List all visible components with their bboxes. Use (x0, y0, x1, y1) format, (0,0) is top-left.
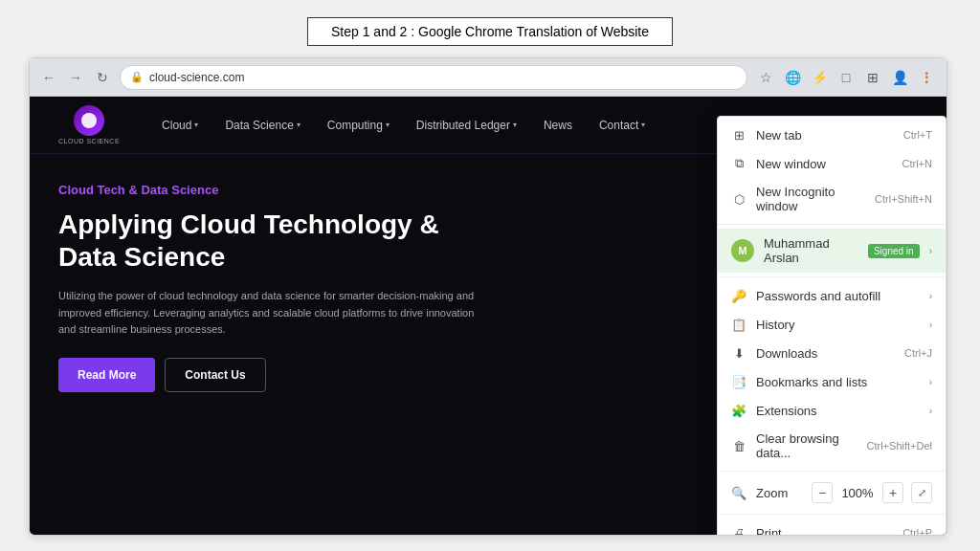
incognito-shortcut: Ctrl+Shift+N (875, 193, 932, 205)
menu-bookmarks[interactable]: 📑 Bookmarks and lists › (718, 367, 946, 396)
zoom-fullscreen-button[interactable]: ⤢ (911, 482, 932, 503)
extensions-arrow: › (929, 406, 932, 416)
context-menu: ⊞ New tab Ctrl+T ⧉ New window Ctrl+N ⬡ N… (717, 116, 947, 536)
forward-button[interactable]: → (66, 68, 85, 87)
user-arrow: › (929, 246, 932, 256)
hero-section: Cloud Tech & Data Science Applying Cloud… (30, 154, 508, 411)
print-shortcut: Ctrl+P (902, 527, 932, 536)
logo-text: CLOUD SCIENCE (58, 138, 120, 144)
history-icon: 📋 (731, 317, 746, 332)
extensions-label: Extensions (756, 404, 920, 418)
extensions-icon[interactable]: ⊞ (862, 67, 883, 88)
browser-actions: ☆ 🌐 ⚡ □ ⊞ 👤 ⋮ (755, 67, 937, 88)
hero-tag: Cloud Tech & Data Science (58, 183, 479, 197)
nav-items: Cloud ▾ Data Science ▾ Computing ▾ Distr… (148, 119, 658, 132)
passwords-icon: 🔑 (731, 288, 746, 303)
step-label: Step 1 and 2 : Google Chrome Translation… (307, 17, 673, 46)
browser-chrome: ← → ↻ 🔒 cloud-science.com ☆ 🌐 ⚡ □ ⊞ 👤 ⋮ (30, 58, 947, 97)
extensions-menu-icon: 🧩 (731, 403, 746, 418)
menu-passwords[interactable]: 🔑 Passwords and autofill › (718, 281, 946, 310)
back-button[interactable]: ← (39, 68, 58, 87)
zoom-label: Zoom (756, 486, 802, 500)
logo-icon (74, 105, 104, 136)
downloads-shortcut: Ctrl+J (904, 347, 932, 359)
browser-window: ← → ↻ 🔒 cloud-science.com ☆ 🌐 ⚡ □ ⊞ 👤 ⋮ … (29, 57, 947, 536)
hero-title: Applying Cloud Technology & Data Science (58, 209, 479, 273)
downloads-label: Downloads (756, 346, 895, 361)
screenshot-icon[interactable]: □ (835, 67, 857, 88)
passwords-label: Passwords and autofill (756, 289, 920, 303)
menu-section-new: ⊞ New tab Ctrl+T ⧉ New window Ctrl+N ⬡ N… (718, 117, 946, 225)
menu-incognito[interactable]: ⬡ New Incognito window Ctrl+Shift+N (718, 178, 946, 220)
zoom-control: − 100% + ⤢ (812, 482, 932, 503)
menu-clear-browsing[interactable]: 🗑 Clear browsing data... Ctrl+Shift+Del (718, 425, 946, 467)
performance-icon[interactable]: ⚡ (809, 67, 830, 88)
print-label: Print... (756, 526, 893, 537)
translate-icon[interactable]: 🌐 (782, 67, 803, 88)
new-tab-label: New tab (756, 128, 894, 143)
contact-us-button[interactable]: Contact Us (165, 358, 265, 392)
nav-data-science[interactable]: Data Science ▾ (212, 119, 313, 132)
new-window-shortcut: Ctrl+N (902, 158, 932, 169)
address-text: cloud-science.com (149, 71, 244, 84)
bookmarks-icon: 📑 (731, 374, 746, 389)
history-arrow: › (929, 320, 932, 330)
zoom-value: 100% (840, 486, 875, 500)
menu-extensions[interactable]: 🧩 Extensions › (718, 396, 946, 425)
passwords-arrow: › (929, 291, 932, 301)
menu-user[interactable]: M Muhammad Arslan Signed in › (718, 229, 946, 273)
menu-section-zoom: 🔍 Zoom − 100% + ⤢ (718, 472, 946, 515)
menu-section-user: M Muhammad Arslan Signed in › (718, 225, 946, 277)
new-tab-icon: ⊞ (731, 127, 746, 143)
downloads-icon: ⬇ (731, 345, 746, 361)
menu-history[interactable]: 📋 History › (718, 310, 946, 339)
menu-new-window[interactable]: ⧉ New window Ctrl+N (718, 149, 946, 178)
nav-news[interactable]: News (530, 119, 586, 132)
new-window-label: New window (756, 157, 893, 171)
profile-icon[interactable]: 👤 (889, 67, 910, 88)
menu-section-actions: 🖨 Print... Ctrl+P G Search this page wit… (718, 515, 946, 536)
bookmarks-arrow: › (929, 377, 932, 387)
nav-contact[interactable]: Contact ▾ (586, 119, 658, 132)
incognito-label: New Incognito window (756, 185, 865, 213)
read-more-button[interactable]: Read More (58, 358, 155, 392)
hero-buttons: Read More Contact Us (58, 358, 479, 392)
clear-label: Clear browsing data... (756, 431, 858, 460)
nav-cloud[interactable]: Cloud ▾ (148, 119, 212, 132)
new-window-icon: ⧉ (731, 156, 746, 171)
nav-computing[interactable]: Computing ▾ (314, 119, 403, 132)
print-icon: 🖨 (731, 525, 746, 536)
hero-description: Utilizing the power of cloud technology … (58, 288, 479, 339)
menu-new-tab[interactable]: ⊞ New tab Ctrl+T (718, 121, 946, 149)
menu-downloads[interactable]: ⬇ Downloads Ctrl+J (718, 339, 946, 367)
nav-distributed-ledger[interactable]: Distributed Ledger ▾ (403, 119, 530, 132)
user-avatar: M (731, 239, 754, 262)
signed-in-badge: Signed in (868, 244, 920, 258)
refresh-button[interactable]: ↻ (93, 68, 112, 87)
clear-icon: 🗑 (731, 438, 746, 453)
zoom-icon: 🔍 (731, 485, 746, 500)
site-logo: CLOUD SCIENCE (58, 105, 120, 144)
user-name: Muhammad Arslan (764, 236, 858, 265)
menu-print[interactable]: 🖨 Print... Ctrl+P (718, 518, 946, 536)
bookmarks-label: Bookmarks and lists (756, 375, 920, 389)
clear-shortcut: Ctrl+Shift+Del (867, 440, 932, 452)
zoom-in-button[interactable]: + (882, 482, 903, 503)
menu-icon[interactable]: ⋮ (916, 67, 937, 88)
address-bar[interactable]: 🔒 cloud-science.com (120, 65, 747, 90)
menu-section-utilities: 🔑 Passwords and autofill › 📋 History › ⬇… (718, 277, 946, 472)
history-label: History (756, 318, 920, 332)
new-tab-shortcut: Ctrl+T (903, 129, 932, 141)
bookmark-icon[interactable]: ☆ (755, 67, 776, 88)
incognito-icon: ⬡ (731, 191, 746, 207)
menu-zoom: 🔍 Zoom − 100% + ⤢ (718, 475, 946, 510)
zoom-out-button[interactable]: − (812, 482, 833, 503)
